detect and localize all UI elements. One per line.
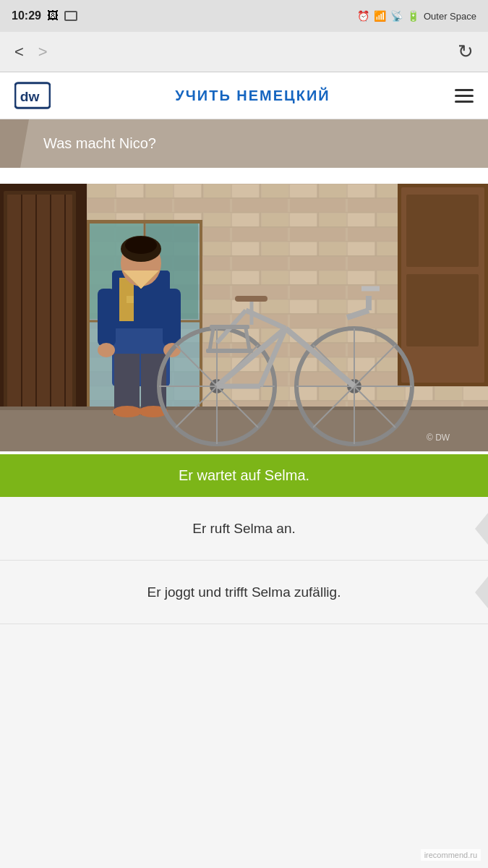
battery-icon: 🔋: [407, 10, 419, 22]
svg-point-46: [98, 343, 115, 357]
browser-toolbar: < > ↻: [0, 32, 488, 72]
status-time: 10:29: [12, 9, 41, 22]
nav-buttons: < >: [14, 44, 48, 60]
answer-option-2[interactable]: Er joggt und trifft Selma zufällig.: [0, 561, 488, 624]
answer-text-2: Er joggt und trifft Selma zufällig.: [147, 584, 341, 600]
question-text: Was macht Nico?: [43, 135, 156, 151]
status-bar-left: 10:29 🖼: [12, 9, 77, 22]
watermark: irecommend.ru: [421, 849, 481, 861]
svg-rect-32: [0, 407, 488, 410]
dw-logo: dw: [14, 82, 51, 109]
answer-text-1: Er ruft Selma an.: [192, 521, 296, 537]
outer-space-label: Outer Space: [424, 11, 476, 22]
svg-text:© DW: © DW: [427, 433, 450, 443]
scene-image-container: © DW Er wartet auf Selma.: [0, 184, 488, 497]
svg-rect-45: [163, 289, 181, 346]
svg-text:dw: dw: [20, 89, 40, 104]
svg-rect-44: [98, 289, 116, 346]
signal-icon: 📶: [374, 10, 386, 22]
svg-point-39: [125, 237, 157, 254]
svg-rect-31: [0, 408, 488, 451]
forward-button[interactable]: >: [38, 44, 48, 60]
svg-rect-22: [406, 274, 479, 346]
app-title: УЧИТЬ НЕМЕЦКИЙ: [175, 88, 330, 104]
caption-bar: Er wartet auf Selma.: [0, 454, 488, 497]
svg-rect-21: [406, 195, 479, 267]
wifi-icon: 📡: [390, 10, 403, 22]
status-bar-right: ⏰ 📶 📡 🔋 Outer Space: [357, 10, 476, 22]
main-content: Was macht Nico?: [0, 119, 488, 624]
svg-rect-74: [206, 349, 253, 353]
svg-rect-14: [7, 195, 72, 441]
answer-option-1[interactable]: Er ruft Selma an.: [0, 497, 488, 561]
question-banner: Was macht Nico?: [0, 119, 488, 168]
status-bar: 10:29 🖼 ⏰ 📶 📡 🔋 Outer Space: [0, 0, 488, 32]
alarm-icon: ⏰: [357, 10, 369, 22]
back-button[interactable]: <: [14, 44, 24, 60]
svg-rect-71: [210, 325, 249, 329]
media-icon: [64, 11, 77, 21]
caption-text: Er wartet auf Selma.: [179, 467, 309, 483]
refresh-button[interactable]: ↻: [458, 41, 474, 63]
hamburger-menu[interactable]: [455, 89, 474, 103]
photo-icon: 🖼: [47, 9, 59, 22]
svg-rect-36: [127, 296, 134, 303]
app-header: dw УЧИТЬ НЕМЕЦКИЙ: [0, 72, 488, 119]
svg-rect-69: [235, 296, 267, 302]
scene-image: © DW: [0, 184, 488, 451]
svg-point-42: [113, 406, 142, 417]
